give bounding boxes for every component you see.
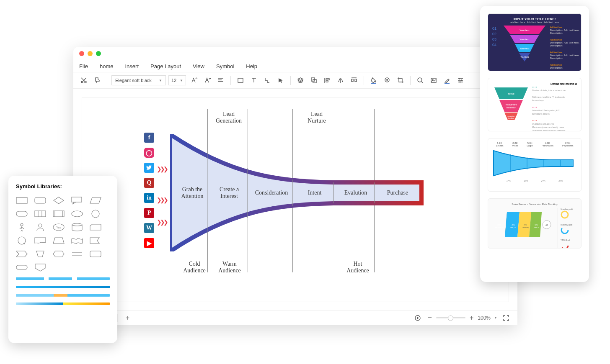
svg-text:Your text: Your text bbox=[520, 29, 530, 31]
minimize-window-button[interactable] bbox=[88, 51, 93, 56]
shape-stadium[interactable] bbox=[16, 263, 28, 272]
t1-row-num: 04 bbox=[492, 43, 496, 47]
t2-title: Define the metric d bbox=[492, 82, 577, 85]
templates-panel[interactable]: INPUT YOUR TITLE HERE! add text here · A… bbox=[480, 6, 589, 282]
close-window-button[interactable] bbox=[79, 51, 84, 56]
group-button[interactable] bbox=[308, 75, 319, 86]
zoom-slider[interactable] bbox=[436, 317, 465, 318]
fullscreen-button[interactable] bbox=[501, 313, 512, 323]
toolbar: Elegant soft black▼ 12▼ bbox=[73, 72, 517, 89]
t3-pct: 17% bbox=[524, 179, 528, 182]
shape-trapezoid2[interactable] bbox=[34, 250, 46, 258]
t3-pct: 24% bbox=[541, 179, 545, 182]
zoom-in-button[interactable]: + bbox=[470, 314, 473, 322]
align-objects-button[interactable] bbox=[322, 75, 333, 86]
shape-cylinder[interactable] bbox=[71, 223, 83, 231]
template-2[interactable]: Define the metric d active InvolvementIm… bbox=[488, 78, 582, 131]
text-tool[interactable] bbox=[248, 75, 259, 86]
template-3[interactable]: 1.2K Emails 0.8K Visits 5.8K Login 4.0K … bbox=[488, 138, 582, 192]
symbol-panel-title: Symbol Libraries: bbox=[16, 183, 110, 190]
menu-symbol[interactable]: Symbol bbox=[216, 63, 234, 69]
line-style-4[interactable] bbox=[16, 302, 110, 305]
shape-yes-badge[interactable]: Yes bbox=[53, 223, 65, 231]
t1-row-num: 02 bbox=[492, 32, 496, 36]
shape-user[interactable] bbox=[34, 223, 46, 231]
zoom-out-button[interactable]: − bbox=[427, 313, 432, 322]
svg-rect-40 bbox=[90, 251, 101, 257]
svg-text:13%: 13% bbox=[535, 224, 538, 226]
shape-hexagon[interactable] bbox=[53, 250, 65, 258]
search-button[interactable] bbox=[415, 75, 426, 86]
shape-pill[interactable] bbox=[16, 210, 28, 218]
canvas-area[interactable]: Lead Generation Lead Nurture f ◯ Q in P … bbox=[73, 89, 517, 310]
crop-button[interactable] bbox=[395, 75, 406, 86]
svg-text:45%: 45% bbox=[512, 224, 515, 226]
menu-help[interactable]: Help bbox=[246, 63, 257, 69]
play-button[interactable] bbox=[412, 313, 423, 323]
image-button[interactable] bbox=[428, 75, 439, 86]
canvas[interactable]: Lead Generation Lead Nurture f ◯ Q in P … bbox=[82, 97, 509, 302]
connector-tool[interactable] bbox=[262, 75, 273, 86]
fill-color-button[interactable] bbox=[368, 75, 379, 86]
symbol-libraries-panel[interactable]: Symbol Libraries: Yes bbox=[8, 176, 117, 343]
shape-document[interactable] bbox=[34, 236, 46, 245]
shape-flag[interactable] bbox=[90, 236, 101, 245]
shape-parallelogram[interactable] bbox=[90, 196, 101, 205]
svg-text:21%: 21% bbox=[524, 224, 527, 226]
layers-button[interactable] bbox=[295, 75, 306, 86]
template-4[interactable]: Sales Funnel - Conversion Rate Tracking … bbox=[488, 198, 582, 249]
svg-rect-13 bbox=[445, 83, 450, 84]
menu-home[interactable]: home bbox=[100, 63, 114, 69]
zoom-level[interactable]: 100% bbox=[478, 315, 491, 321]
arrow-icon: ❯❯❯ bbox=[157, 166, 167, 173]
label-lead-nurture: Lead Nurture bbox=[296, 111, 338, 124]
align-button[interactable] bbox=[215, 75, 226, 86]
format-painter-button[interactable] bbox=[92, 75, 103, 86]
facebook-icon: f bbox=[144, 133, 154, 143]
cut-button[interactable] bbox=[78, 75, 89, 86]
rectangle-tool[interactable] bbox=[235, 75, 246, 86]
shape-rectangle[interactable] bbox=[16, 196, 28, 205]
shape-trapezoid[interactable] bbox=[53, 236, 65, 245]
line-style-2[interactable] bbox=[16, 286, 110, 288]
shape-card[interactable] bbox=[90, 223, 101, 231]
distribute-button[interactable] bbox=[349, 75, 359, 86]
stage-consideration: Consideration bbox=[251, 190, 292, 196]
shape-double-rect[interactable] bbox=[53, 210, 65, 218]
shape-equals[interactable] bbox=[71, 250, 83, 258]
add-page-button[interactable]: + bbox=[123, 314, 132, 322]
shape-callout[interactable] bbox=[71, 196, 83, 205]
t3-col: 4.0K Purchases bbox=[542, 142, 553, 147]
shape-rounded-rect[interactable] bbox=[34, 196, 46, 205]
flip-button[interactable] bbox=[335, 75, 346, 86]
shape-arrow-block[interactable] bbox=[16, 250, 28, 258]
menu-view[interactable]: View bbox=[193, 63, 204, 69]
increase-font-button[interactable] bbox=[189, 75, 199, 86]
shape-shield[interactable] bbox=[34, 263, 46, 272]
template-1[interactable]: INPUT YOUR TITLE HERE! add text here · A… bbox=[488, 13, 582, 71]
shape-ellipse[interactable] bbox=[71, 210, 83, 218]
font-select[interactable]: Elegant soft black▼ bbox=[111, 75, 166, 85]
window-titlebar bbox=[73, 47, 517, 60]
shape-circle-q[interactable] bbox=[16, 236, 28, 245]
maximize-window-button[interactable] bbox=[96, 51, 101, 56]
shape-table[interactable] bbox=[34, 210, 46, 218]
shape-diamond[interactable] bbox=[53, 196, 65, 205]
decrease-font-button[interactable] bbox=[202, 75, 213, 86]
menu-file[interactable]: File bbox=[79, 63, 88, 69]
line-style-3[interactable] bbox=[16, 294, 110, 297]
shape-person[interactable] bbox=[16, 223, 28, 231]
pen-tool[interactable] bbox=[442, 75, 452, 86]
settings-button[interactable] bbox=[455, 75, 466, 86]
font-size-select[interactable]: 12▼ bbox=[168, 75, 186, 85]
line-style-1[interactable] bbox=[16, 277, 110, 280]
stage-create-interest: Create a Interest bbox=[210, 186, 248, 200]
menu-insert[interactable]: Insert bbox=[125, 63, 139, 69]
shape-circle[interactable] bbox=[90, 210, 101, 218]
menu-page-layout[interactable]: Page Layout bbox=[150, 63, 181, 69]
shape-round-rect2[interactable] bbox=[90, 250, 101, 258]
pointer-tool[interactable] bbox=[275, 75, 286, 86]
svg-rect-22 bbox=[72, 197, 82, 202]
shape-wave[interactable] bbox=[71, 236, 83, 245]
line-style-button[interactable] bbox=[382, 75, 393, 86]
